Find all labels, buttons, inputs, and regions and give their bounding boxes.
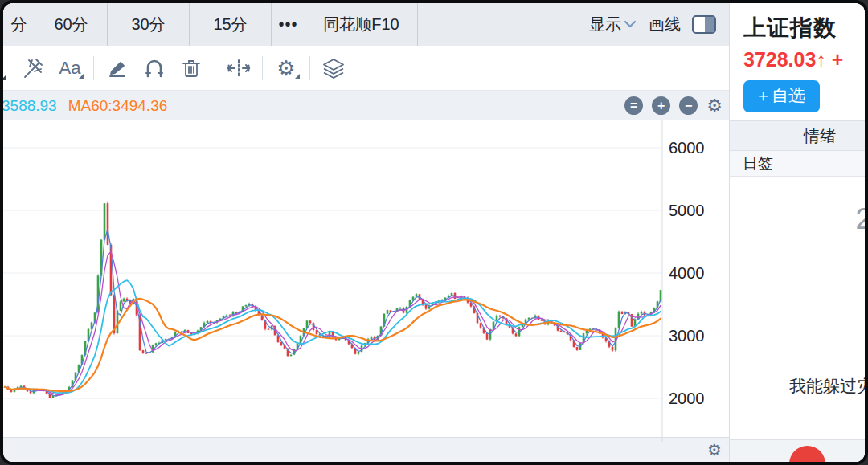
tab-60min[interactable]: 60分 xyxy=(35,3,108,46)
magnet-icon[interactable] xyxy=(136,52,173,84)
footer-gear-icon[interactable]: ⚙ xyxy=(707,442,722,458)
zoom-out-button[interactable]: − xyxy=(679,96,698,115)
daysign-date-number: 2 xyxy=(855,202,865,236)
toolbar-divider xyxy=(309,56,310,80)
tab-15min[interactable]: 15分 xyxy=(190,3,272,46)
tab-f10[interactable]: 同花顺F10 xyxy=(305,3,418,46)
drawline-button[interactable]: 画线 xyxy=(649,14,681,35)
tab-emotion[interactable]: 情绪 xyxy=(730,120,865,151)
daysign-card: 2 我能躲过灾 xyxy=(730,177,865,439)
quote-header: 上证指数 3728.03↑ + ＋自选 xyxy=(730,3,865,120)
period-tabbar: 分 60分 30分 15分 ••• 同花顺F10 显示 画线 xyxy=(3,3,729,46)
reset-zoom-button[interactable]: = xyxy=(624,96,643,115)
marker-tool-icon[interactable] xyxy=(99,52,136,84)
daysign-quote-text: 我能躲过灾 xyxy=(789,375,865,398)
tab-more-periods[interactable]: ••• xyxy=(272,3,305,46)
toolbar-divider xyxy=(262,56,263,80)
topbar-right-actions: 显示 画线 xyxy=(589,3,729,46)
svg-text:2000: 2000 xyxy=(669,390,705,407)
window-frame: 分 60分 30分 15分 ••• 同花顺F10 显示 画线 xyxy=(0,0,868,465)
pitchfork-icon[interactable] xyxy=(14,52,51,84)
chart-zoom-controls: = + − ⚙ xyxy=(624,96,729,115)
chart-column: 分 60分 30分 15分 ••• 同花顺F10 显示 画线 xyxy=(3,3,730,462)
svg-text:4000: 4000 xyxy=(669,264,705,282)
side-panel-toggle-icon[interactable] xyxy=(692,15,716,34)
svg-text:5000: 5000 xyxy=(669,202,705,219)
index-price: 3728.03↑ + xyxy=(743,48,865,71)
tab-period-cut[interactable]: 分 xyxy=(3,3,35,46)
daysign-section-label: 日签 xyxy=(730,151,865,177)
cutoff-tool-icon[interactable] xyxy=(3,52,14,84)
svg-text:6000: 6000 xyxy=(669,139,705,157)
tab-30min[interactable]: 30分 xyxy=(108,3,190,46)
chevron-down-icon xyxy=(623,15,637,34)
app-window: 分 60分 30分 15分 ••• 同花顺F10 显示 画线 xyxy=(3,3,865,462)
toolbar-divider xyxy=(215,56,215,80)
quote-panel: 上证指数 3728.03↑ + ＋自选 情绪 日签 2 我能躲过灾 xyxy=(730,3,865,462)
ma60-legend: MA60:3494.36 xyxy=(68,97,168,115)
zoom-in-button[interactable]: + xyxy=(652,96,670,115)
display-menu[interactable]: 显示 xyxy=(589,14,637,35)
price-chart-area[interactable]: 60005000400030002000 xyxy=(3,120,729,437)
ma-legend-bar: 3588.93 MA60:3494.36 = + − ⚙ xyxy=(3,91,729,120)
text-tool-icon[interactable]: Aa xyxy=(51,52,88,84)
svg-text:3000: 3000 xyxy=(669,327,705,345)
layers-icon[interactable] xyxy=(315,52,352,84)
index-name: 上证指数 xyxy=(743,13,865,43)
ma30-legend: 3588.93 xyxy=(3,97,57,115)
trash-icon[interactable] xyxy=(173,52,210,84)
price-chart[interactable]: 60005000400030002000 xyxy=(3,120,730,442)
add-watchlist-button[interactable]: ＋自选 xyxy=(743,80,820,112)
toolbar-divider xyxy=(93,56,94,80)
indicator-settings-gear-icon[interactable]: ⚙ xyxy=(706,97,723,115)
spread-adjust-icon[interactable] xyxy=(220,52,257,84)
settings-gear-icon[interactable]: ⚙ xyxy=(268,52,305,84)
drawing-toolbar: Aa xyxy=(3,46,729,91)
